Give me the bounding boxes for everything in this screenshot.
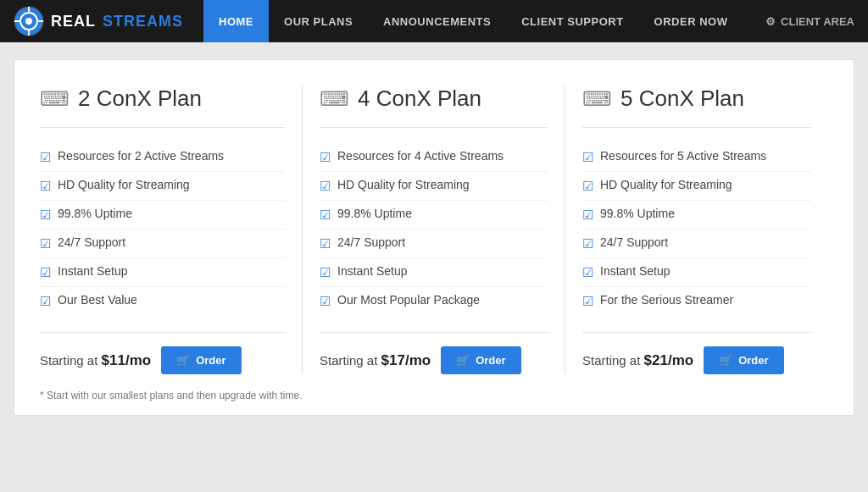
monitor-icon-2: ⌨	[582, 87, 612, 111]
footnote: * Start with our smallest plans and then…	[40, 386, 828, 401]
check-icon: ☑	[582, 207, 593, 223]
plan-feature-0-1: ☑HD Quality for Streaming	[40, 172, 285, 201]
plan-price-2: Starting at $21/mo	[582, 352, 693, 369]
plan-feature-0-5: ☑Our Best Value	[40, 287, 285, 315]
plan-feature-1-5: ☑Our Most Popular Package	[320, 287, 548, 315]
order-button-0[interactable]: 🛒 Order	[161, 346, 241, 374]
plan-feature-2-3: ☑24/7 Support	[582, 229, 811, 258]
plan-name-1: 4 ConX Plan	[358, 86, 481, 112]
plan-feature-1-0: ☑Resources for 4 Active Streams	[320, 143, 548, 172]
plan-price-1: Starting at $17/mo	[320, 352, 431, 369]
monitor-icon-0: ⌨	[40, 87, 70, 111]
check-icon: ☑	[40, 150, 51, 165]
logo: REAL STREAMS	[14, 6, 183, 36]
nav-order-now[interactable]: ORDER NOW	[639, 0, 743, 42]
cart-icon-1: 🛒	[456, 354, 470, 367]
plan-features-1: ☑Resources for 4 Active Streams ☑HD Qual…	[320, 143, 548, 315]
plan-feature-2-0: ☑Resources for 5 Active Streams	[582, 143, 811, 172]
plan-title-2: ⌨ 5 ConX Plan	[582, 86, 811, 128]
plan-feature-0-4: ☑Instant Setup	[40, 258, 285, 287]
nav-home[interactable]: HOME	[203, 0, 269, 42]
navbar: REAL STREAMS HOME OUR PLANS ANNOUNCEMENT…	[0, 0, 868, 42]
order-button-1[interactable]: 🛒 Order	[441, 346, 520, 374]
plan-title-1: ⌨ 4 ConX Plan	[320, 86, 548, 128]
plan-feature-1-2: ☑99.8% Uptime	[320, 201, 548, 229]
check-icon: ☑	[320, 179, 331, 194]
check-icon: ☑	[320, 294, 331, 309]
check-icon: ☑	[320, 150, 331, 165]
plan-feature-0-0: ☑Resources for 2 Active Streams	[40, 143, 285, 172]
check-icon: ☑	[40, 294, 51, 309]
plan-footer-1: Starting at $17/mo 🛒 Order	[320, 332, 548, 374]
plan-footer-2: Starting at $21/mo 🛒 Order	[582, 332, 811, 374]
plan-price-0: Starting at $11/mo	[40, 352, 151, 369]
check-icon: ☑	[40, 236, 51, 252]
plan-feature-2-2: ☑99.8% Uptime	[582, 201, 811, 229]
nav-client-support[interactable]: CLIENT SUPPORT	[506, 0, 638, 42]
plans-container: ⌨ 2 ConX Plan ☑Resources for 2 Active St…	[14, 59, 854, 416]
monitor-icon-1: ⌨	[320, 87, 349, 111]
check-icon: ☑	[582, 150, 593, 165]
nav-announcements[interactable]: ANNOUNCEMENTS	[368, 0, 506, 42]
plan-name-0: 2 ConX Plan	[78, 86, 202, 112]
client-area-label: CLIENT AREA	[781, 15, 854, 28]
check-icon: ☑	[40, 265, 51, 280]
cart-icon-2: 🛒	[719, 354, 732, 367]
plan-feature-2-1: ☑HD Quality for Streaming	[582, 172, 811, 201]
plan-feature-2-5: ☑For the Serious Streamer	[582, 287, 811, 315]
logo-real: REAL	[51, 13, 96, 30]
check-icon: ☑	[40, 179, 51, 194]
person-icon: ⚙	[765, 15, 776, 28]
check-icon: ☑	[40, 207, 51, 223]
logo-streams: STREAMS	[103, 13, 183, 30]
plan-features-0: ☑Resources for 2 Active Streams ☑HD Qual…	[40, 143, 285, 315]
plan-col-0: ⌨ 2 ConX Plan ☑Resources for 2 Active St…	[40, 86, 303, 374]
nav-our-plans[interactable]: OUR PLANS	[269, 0, 368, 42]
plan-feature-2-4: ☑Instant Setup	[582, 258, 811, 287]
plan-col-2: ⌨ 5 ConX Plan ☑Resources for 5 Active St…	[565, 86, 828, 374]
order-button-2[interactable]: 🛒 Order	[704, 346, 783, 374]
check-icon: ☑	[320, 207, 331, 223]
check-icon: ☑	[582, 236, 593, 252]
plan-feature-0-3: ☑24/7 Support	[40, 229, 285, 258]
plan-col-1: ⌨ 4 ConX Plan ☑Resources for 4 Active St…	[303, 86, 565, 374]
plan-footer-0: Starting at $11/mo 🛒 Order	[40, 332, 285, 374]
check-icon: ☑	[582, 265, 593, 280]
svg-point-2	[25, 18, 32, 25]
nav-client-area[interactable]: ⚙ CLIENT AREA	[765, 15, 854, 28]
check-icon: ☑	[582, 179, 593, 194]
plan-feature-1-4: ☑Instant Setup	[320, 258, 548, 287]
nav-links: HOME OUR PLANS ANNOUNCEMENTS CLIENT SUPP…	[203, 0, 765, 42]
plan-feature-0-2: ☑99.8% Uptime	[40, 201, 285, 229]
plan-feature-1-3: ☑24/7 Support	[320, 229, 548, 258]
plans-grid: ⌨ 2 ConX Plan ☑Resources for 2 Active St…	[40, 86, 828, 374]
plan-feature-1-1: ☑HD Quality for Streaming	[320, 172, 548, 201]
check-icon: ☑	[320, 265, 331, 280]
plan-name-2: 5 ConX Plan	[620, 86, 744, 112]
plan-title-0: ⌨ 2 ConX Plan	[40, 86, 285, 128]
cart-icon-0: 🛒	[176, 354, 190, 367]
plan-features-2: ☑Resources for 5 Active Streams ☑HD Qual…	[582, 143, 811, 315]
page-wrapper: ⌨ 2 ConX Plan ☑Resources for 2 Active St…	[0, 42, 868, 424]
check-icon: ☑	[582, 294, 593, 309]
check-icon: ☑	[320, 236, 331, 252]
